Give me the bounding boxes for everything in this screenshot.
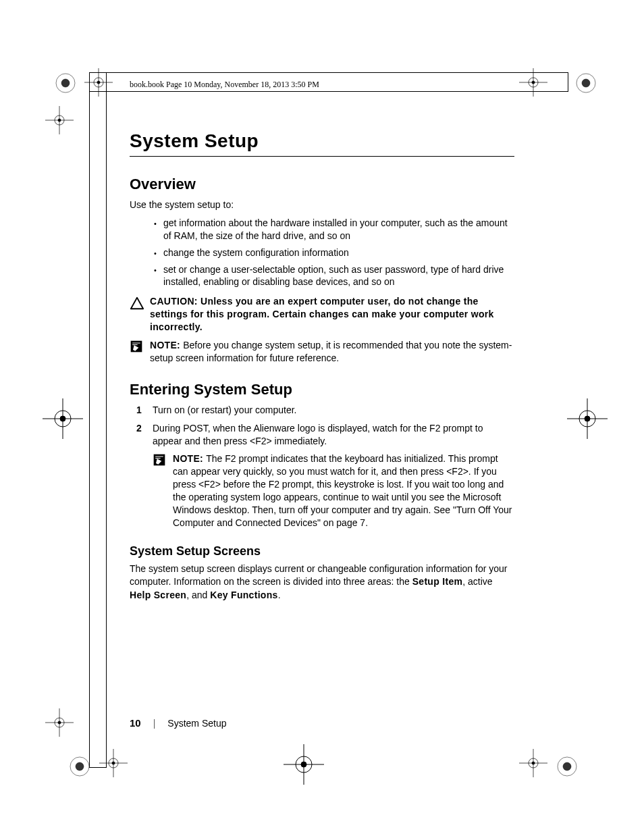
chapter-title: System Setup xyxy=(130,130,514,157)
registration-mark-pinwheel xyxy=(69,756,90,777)
registration-mark-compass xyxy=(45,708,74,737)
section-overview-heading: Overview xyxy=(130,176,514,193)
note-pencil-icon xyxy=(130,339,144,365)
registration-mark-compass xyxy=(99,749,128,777)
caution-callout: CAUTION: Unless you are an expert comput… xyxy=(130,295,514,334)
subsection-screens-heading: System Setup Screens xyxy=(130,544,514,558)
caution-triangle-icon xyxy=(130,295,144,334)
note-label: NOTE: xyxy=(150,340,183,350)
svg-point-33 xyxy=(112,762,115,764)
note-text: NOTE: The F2 prompt indicates that the k… xyxy=(173,452,514,529)
crop-frame-side xyxy=(89,72,107,768)
svg-point-27 xyxy=(58,721,61,724)
svg-point-15 xyxy=(58,119,61,122)
list-item: set or change a user-selectable option, … xyxy=(161,263,514,289)
note-label: NOTE: xyxy=(173,453,206,464)
screens-bold-key-functions: Key Functions xyxy=(210,590,277,600)
svg-point-29 xyxy=(76,762,84,771)
registration-mark-compass xyxy=(84,68,113,97)
screens-bold-help-screen: Help Screen xyxy=(130,590,186,600)
note-pencil-icon xyxy=(153,452,167,529)
registration-mark-compass xyxy=(284,744,324,785)
note-body: The F2 prompt indicates that the keyboar… xyxy=(173,453,512,527)
svg-point-41 xyxy=(532,762,535,764)
overview-bullet-list: get information about the hardware insta… xyxy=(130,217,514,288)
step-item: Turn on (or restart) your computer. xyxy=(130,404,514,417)
page-number: 10 xyxy=(130,717,141,729)
section-entering-heading: Entering System Setup xyxy=(130,381,514,398)
caution-label: CAUTION: xyxy=(150,296,200,307)
screens-bold-setup-item: Setup Item xyxy=(412,576,463,587)
registration-mark-pinwheel xyxy=(556,756,578,777)
overview-lead: Use the system setup to: xyxy=(130,199,514,211)
registration-mark-compass xyxy=(43,398,83,439)
screens-paragraph: The system setup screen displays current… xyxy=(130,563,514,602)
registration-mark-pinwheel xyxy=(575,72,597,94)
svg-point-19 xyxy=(60,416,65,421)
svg-point-5 xyxy=(97,81,100,84)
screens-text: , and xyxy=(186,590,210,600)
note-body: Before you change system setup, it is re… xyxy=(150,340,512,363)
running-header: book.book Page 10 Monday, November 18, 2… xyxy=(130,80,514,90)
svg-point-1 xyxy=(61,79,70,87)
note-callout: NOTE: Before you change system setup, it… xyxy=(130,339,514,365)
svg-point-37 xyxy=(301,762,306,767)
caution-body: Unless you are an expert computer user, … xyxy=(150,296,494,332)
page-content: book.book Page 10 Monday, November 18, 2… xyxy=(130,80,514,605)
svg-point-9 xyxy=(532,81,535,84)
entering-steps: Turn on (or restart) your computer. Duri… xyxy=(130,404,514,448)
registration-mark-compass xyxy=(567,398,608,439)
registration-mark-compass xyxy=(519,68,547,97)
screens-text: . xyxy=(278,590,281,600)
screens-text: , active xyxy=(462,576,492,587)
svg-point-23 xyxy=(585,416,590,421)
svg-point-43 xyxy=(563,762,571,771)
footer-section-name: System Setup xyxy=(167,718,226,729)
caution-text: CAUTION: Unless you are an expert comput… xyxy=(150,295,514,334)
list-item: get information about the hardware insta… xyxy=(161,217,514,242)
note-text: NOTE: Before you change system setup, it… xyxy=(150,339,514,365)
registration-mark-compass xyxy=(45,106,74,134)
footer-divider: | xyxy=(153,718,156,729)
registration-mark-compass xyxy=(519,749,547,777)
step-item: During POST, when the Alienware logo is … xyxy=(130,422,514,448)
svg-point-11 xyxy=(582,79,590,87)
page-footer: 10 | System Setup xyxy=(130,717,514,729)
registration-mark-pinwheel xyxy=(55,72,76,94)
note-callout-indented: NOTE: The F2 prompt indicates that the k… xyxy=(153,452,514,529)
list-item: change the system configuration informat… xyxy=(161,246,514,259)
